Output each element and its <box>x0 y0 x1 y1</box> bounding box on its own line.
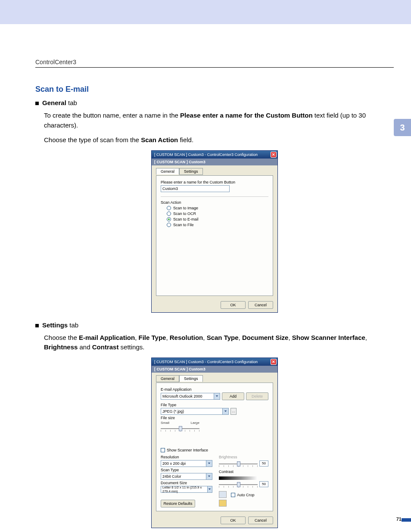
slider-thumb[interactable] <box>237 461 240 467</box>
brightness-label: Brightness <box>219 455 268 459</box>
restore-defaults-button[interactable]: Restore Defaults <box>161 500 195 507</box>
cancel-button[interactable]: Cancel <box>248 301 273 309</box>
radio-scan-image[interactable]: Scan to Image <box>167 206 268 210</box>
general-choose: Choose the type of scan from the Scan Ac… <box>44 135 394 145</box>
radio-icon <box>167 212 171 216</box>
tab-suffix-1: tab <box>66 99 77 106</box>
radio-icon <box>167 223 171 227</box>
email-app-label: E-mail Application <box>161 387 268 392</box>
checkbox-icon <box>231 493 235 497</box>
dialog-general: [ CUSTOM SCAN ] Custom3 - ControlCenter3… <box>151 150 278 313</box>
cancel-button-2[interactable]: Cancel <box>248 516 273 524</box>
bullet-icon <box>35 102 39 105</box>
top-bar <box>0 0 411 24</box>
radio-icon <box>167 206 171 210</box>
doc-icon <box>219 491 227 498</box>
file-type-label: File Type <box>161 403 237 407</box>
tab-general[interactable]: General <box>156 168 179 175</box>
file-size-slider[interactable] <box>161 428 199 429</box>
contrast-label: Contrast <box>219 470 268 474</box>
dialog-titlebar-2[interactable]: [ CUSTOM SCAN ] Custom3 - ControlCenter3… <box>152 358 277 366</box>
chevron-down-icon <box>222 408 228 414</box>
scan-action-label: Scan Action <box>161 200 268 205</box>
radio-scan-ocr[interactable]: Scan to OCR <box>167 212 268 216</box>
custom-name-label: Please enter a name for the Custom Butto… <box>161 180 268 184</box>
radio-scan-email[interactable]: Scan to E-mail <box>167 217 268 221</box>
dialog-titlebar[interactable]: [ CUSTOM SCAN ] Custom3 - ControlCenter3… <box>152 151 277 159</box>
slider-thumb[interactable] <box>237 482 240 487</box>
chevron-down-icon <box>207 486 212 492</box>
dialog-title: [ CUSTOM SCAN ] Custom3 - ControlCenter3… <box>154 152 258 157</box>
doc-size-label: Document Size <box>161 481 217 485</box>
resolution-label: Resolution <box>161 455 217 459</box>
large-label: Large <box>191 421 199 425</box>
file-type-combo[interactable]: JPEG (*.jpg) <box>161 408 229 415</box>
image-icon <box>219 500 227 507</box>
brightness-value[interactable]: 50 <box>259 460 268 467</box>
show-scanner-checkbox[interactable]: Show Scanner Interface <box>161 448 268 452</box>
header-rule <box>35 67 394 68</box>
panel-separator <box>161 196 268 197</box>
general-intro: To create the button name, enter a name … <box>44 111 394 130</box>
scan-type-combo[interactable]: 24bit Color <box>161 473 212 480</box>
tab-suffix-2: tab <box>68 321 78 329</box>
close-icon[interactable]: ✕ <box>271 359 277 365</box>
dialog-subtitle: [ CUSTOM SCAN ] Custom3 <box>152 159 277 165</box>
custom-name-input[interactable] <box>161 185 230 192</box>
section-title: Scan to E-mail <box>35 85 394 94</box>
page-content: ControlCenter3 Scan to E-mail General ta… <box>0 24 411 528</box>
scan-type-label: Scan Type <box>161 468 217 472</box>
checkbox-icon <box>161 448 165 452</box>
running-header: ControlCenter3 <box>35 59 394 65</box>
settings-label: Settings <box>42 321 68 329</box>
preview-icons <box>219 491 227 507</box>
resolution-combo[interactable]: 200 x 200 dpi <box>161 460 212 467</box>
bullet-icon <box>35 324 39 327</box>
slider-thumb[interactable] <box>179 426 182 431</box>
delete-button[interactable]: Delete <box>246 392 268 400</box>
settings-tab-bullet: Settings tab <box>35 321 394 329</box>
small-label: Small <box>161 421 169 425</box>
page-number: 71 <box>396 516 402 522</box>
tab-settings-2[interactable]: Settings <box>179 375 203 382</box>
chevron-down-icon <box>214 393 220 399</box>
ok-button-2[interactable]: OK <box>221 516 246 524</box>
email-app-combo[interactable]: Microsoft Outlook 2000 <box>161 393 220 400</box>
chevron-down-icon <box>206 473 212 479</box>
doc-size-combo[interactable]: Letter 8 1/2 x 11 in (215.9 x 279.4 mm) <box>161 486 212 493</box>
dialog-subtitle-2: [ CUSTOM SCAN ] Custom3 <box>152 366 277 373</box>
auto-crop-checkbox[interactable]: Auto Crop <box>231 493 255 497</box>
close-icon[interactable]: ✕ <box>271 152 277 158</box>
radio-icon <box>167 217 171 221</box>
contrast-gradient-icon <box>219 476 258 480</box>
brightness-slider[interactable] <box>219 464 258 464</box>
ok-button[interactable]: OK <box>221 301 246 309</box>
chevron-down-icon <box>206 460 212 467</box>
settings-intro: Choose the E-mail Application, File Type… <box>44 333 394 352</box>
general-tab-bullet: General tab <box>35 99 394 106</box>
radio-scan-file[interactable]: Scan to File <box>167 223 268 227</box>
dialog-settings: [ CUSTOM SCAN ] Custom3 - ControlCenter3… <box>151 358 278 528</box>
file-size-label: File size <box>161 416 199 420</box>
tab-general-2[interactable]: General <box>156 375 179 382</box>
file-type-extra-button[interactable]: … <box>230 408 237 415</box>
add-button[interactable]: Add <box>222 392 244 400</box>
chapter-tab: 3 <box>394 119 411 136</box>
dialog-title-2: [ CUSTOM SCAN ] Custom3 - ControlCenter3… <box>154 360 258 364</box>
tab-settings[interactable]: Settings <box>179 168 203 175</box>
contrast-value[interactable]: 50 <box>259 481 268 487</box>
general-label: General <box>42 99 66 106</box>
contrast-slider[interactable] <box>219 484 258 485</box>
